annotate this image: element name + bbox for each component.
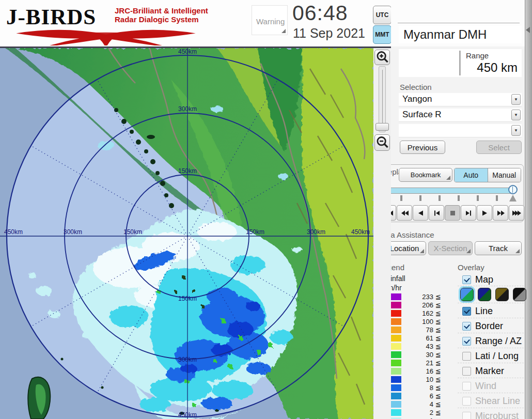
step-forward-button[interactable] <box>461 205 476 221</box>
site-dropdown-value: Yangon <box>402 94 432 104</box>
overlay-separator <box>458 286 524 286</box>
legend-value: 4 <box>404 400 433 408</box>
overlay-item-range-az: Range / AZ <box>458 336 524 348</box>
extra-dropdown[interactable]: ▼ <box>399 124 522 137</box>
utc-button[interactable]: UTC <box>373 6 392 24</box>
logo-title: J-BIRDS <box>6 4 96 29</box>
checkbox[interactable] <box>462 322 471 331</box>
legend-operator: ≦ <box>435 301 441 309</box>
replay-timeline-slider[interactable] <box>383 188 515 194</box>
overlay-item-label: Wind <box>475 381 496 392</box>
chevron-down-icon[interactable]: ▼ <box>511 125 521 136</box>
range-ring-label: 300km <box>307 228 325 236</box>
range-ring-label: 450km <box>178 411 197 418</box>
legend-value: 61 <box>404 334 433 342</box>
legend-operator: ≦ <box>435 334 441 342</box>
select-button[interactable]: Select <box>476 141 522 154</box>
zoom-out-button[interactable] <box>374 134 390 151</box>
product-dropdown[interactable]: Surface R ▼ <box>399 108 522 122</box>
step-backward-button[interactable] <box>429 205 444 221</box>
warning-button[interactable]: Warning <box>252 5 288 35</box>
replay-mode-toggle: Auto Manual <box>454 168 521 182</box>
panel-edge-strip[interactable] <box>525 0 532 419</box>
checkbox[interactable] <box>462 412 471 419</box>
timeline-tick <box>400 195 402 201</box>
legend-value: 43 <box>404 343 433 350</box>
forward-fast-button[interactable] <box>509 205 524 221</box>
timeline-end-marker[interactable] <box>509 195 517 201</box>
magnifier-minus-icon <box>375 135 389 150</box>
mmt-button[interactable]: MMT <box>373 25 392 44</box>
legend-value: 162 <box>404 309 433 317</box>
clock-date: 11 Sep 2021 <box>293 26 365 41</box>
map-style-gray-style[interactable] <box>513 288 526 301</box>
overlay-item-label: Microburst <box>475 411 519 419</box>
checkbox[interactable] <box>462 275 471 284</box>
checkbox[interactable] <box>462 382 471 391</box>
legend-value: 30 <box>404 351 433 359</box>
jbirds-logo: J-BIRDS JRC-Brilliant & Intelligent Rada… <box>5 2 212 45</box>
checkbox[interactable] <box>462 337 471 346</box>
checkbox[interactable] <box>462 367 471 376</box>
range-ring-label: 450km <box>351 228 370 236</box>
clock-time: 06:48 <box>292 1 348 25</box>
checkbox[interactable] <box>462 307 471 316</box>
stop-button[interactable] <box>445 205 460 221</box>
check-icon <box>464 307 470 314</box>
panel-divider <box>398 23 520 23</box>
southern-island <box>28 377 50 419</box>
map-style-olive-style[interactable] <box>495 288 509 301</box>
legend-value: 2 <box>404 409 433 416</box>
selection-label: Selection <box>400 83 432 91</box>
legend-value: 8 <box>404 384 433 392</box>
forward-icon <box>496 210 506 216</box>
magnifier-plus-icon <box>375 50 389 65</box>
range-ring-label: 300km <box>64 228 82 236</box>
legend-value: 10 <box>404 376 433 383</box>
legend-operator: ≦ <box>435 417 441 419</box>
logo-subtitle: JRC-Brilliant & Intelligent Radar Dialog… <box>115 6 208 24</box>
zoom-slider-track[interactable] <box>379 66 386 132</box>
zoom-slider-handle[interactable] <box>375 123 389 131</box>
map-style-dark-blue-style[interactable] <box>478 288 491 301</box>
replay-slider-handle[interactable] <box>508 185 518 194</box>
legend-value: 206 <box>404 301 433 309</box>
x-section-button[interactable]: X-Section <box>428 241 473 255</box>
overlay-item-label: Shear Line <box>475 396 520 407</box>
overlay-item-wind: Wind <box>458 381 524 393</box>
auto-mode-button[interactable]: Auto <box>455 168 488 182</box>
stop-icon <box>448 210 458 216</box>
overlay-separator <box>458 363 524 363</box>
timeline-tick <box>419 195 421 201</box>
legend-value: 100 <box>404 318 433 325</box>
collapse-panel-arrow-icon[interactable] <box>526 27 530 33</box>
rewind-button[interactable] <box>397 205 412 221</box>
overlay-item-marker: Marker <box>458 366 524 378</box>
manual-mode-button[interactable]: Manual <box>488 168 521 182</box>
play-backward-button[interactable] <box>413 205 428 221</box>
checkbox[interactable] <box>462 397 471 406</box>
chevron-down-icon[interactable]: ▼ <box>511 110 521 120</box>
range-ring-label: 450km <box>4 228 23 236</box>
play-forward-button[interactable] <box>477 205 492 221</box>
previous-button[interactable]: Previous <box>400 141 445 154</box>
checkbox[interactable] <box>462 352 471 361</box>
overlay-item-label: Marker <box>475 366 504 377</box>
zoom-in-button[interactable] <box>374 50 390 65</box>
range-ring-label: 150km <box>178 295 197 302</box>
chevron-down-icon[interactable]: ▼ <box>511 94 521 105</box>
overlay-label: Overlay <box>458 263 484 272</box>
map-style-terrain-style[interactable] <box>460 288 474 301</box>
legend-operator: ≦ <box>435 367 441 375</box>
overlay-separator <box>458 378 524 378</box>
overlay-item-lati-long: Lati / Long <box>458 351 524 363</box>
radar-map[interactable]: 450km300km150km150km300km450km450km300km… <box>0 48 373 419</box>
forward-button[interactable] <box>493 205 508 221</box>
track-button[interactable]: Track <box>475 241 522 255</box>
legend-operator: ≦ <box>435 359 441 367</box>
legend-value: 6 <box>404 392 433 400</box>
legend-operator: ≦ <box>435 351 441 359</box>
site-dropdown[interactable]: Yangon ▼ <box>399 93 522 106</box>
range-ring-label: 150km <box>246 228 264 236</box>
bookmark-button[interactable]: Bookmark <box>399 168 452 182</box>
